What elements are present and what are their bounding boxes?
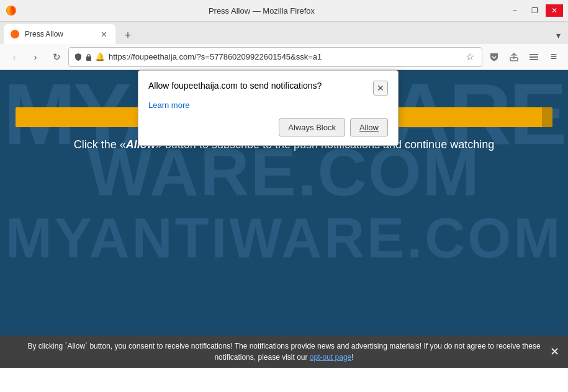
svg-rect-5 — [530, 56, 538, 58]
url-text: https://foupeethaija.com/?s=577860209922… — [109, 52, 459, 61]
tab-title: Press Allow — [25, 30, 93, 38]
always-block-button[interactable]: Always Block — [279, 118, 345, 136]
watermark-line3: MYANTIWARE.COM — [6, 207, 563, 270]
back-button[interactable]: ‹ — [5, 48, 24, 66]
popup-buttons: Always Block Allow — [148, 118, 388, 136]
svg-rect-6 — [530, 59, 538, 60]
svg-point-1 — [11, 30, 19, 38]
tracking-protection-icon — [74, 53, 83, 61]
title-bar-title: Press Allow — Mozilla Firefox — [17, 6, 506, 16]
more-tools-button[interactable] — [525, 48, 543, 66]
address-bar-icons: 🔔 — [74, 52, 105, 61]
progress-remainder — [542, 107, 552, 127]
tab-close-button[interactable]: ✕ — [98, 29, 109, 40]
opt-out-link[interactable]: opt-out page — [310, 353, 351, 362]
consent-text-after: ! — [351, 353, 353, 362]
app-menu-button[interactable]: ≡ — [544, 48, 563, 66]
firefox-logo-icon — [5, 4, 17, 17]
bottom-consent-bar: By clicking `Allow` button, you consent … — [0, 336, 568, 368]
restore-button[interactable]: ❐ — [526, 4, 543, 17]
svg-rect-4 — [530, 54, 538, 55]
allow-button[interactable]: Allow — [350, 118, 388, 136]
svg-rect-3 — [510, 58, 518, 61]
new-tab-button[interactable]: + — [119, 27, 137, 44]
bookmark-button[interactable]: ☆ — [463, 50, 477, 64]
title-bar: Press Allow — Mozilla Firefox − ❐ ✕ — [0, 0, 568, 22]
nav-bar: ‹ › ↻ 🔔 https://foupeethaija.com/?s=5778… — [0, 44, 568, 70]
bottom-bar-close-button[interactable]: ✕ — [548, 345, 561, 358]
tab-bar: Press Allow ✕ + ▾ — [0, 22, 568, 44]
popup-title: Allow foupeethaija.com to send notificat… — [148, 81, 322, 91]
notification-popup: Allow foupeethaija.com to send notificat… — [138, 70, 399, 146]
instruction-before: Click the « — [74, 138, 126, 151]
consent-text-before: By clicking `Allow` button, you consent … — [27, 342, 540, 362]
learn-more-link[interactable]: Learn more — [148, 100, 388, 110]
svg-rect-2 — [86, 56, 91, 61]
forward-button[interactable]: › — [26, 48, 45, 66]
nav-bar-right-buttons: ≡ — [485, 48, 563, 66]
close-window-button[interactable]: ✕ — [546, 4, 563, 17]
list-all-tabs-button[interactable]: ▾ — [552, 29, 564, 42]
pocket-button[interactable] — [485, 48, 503, 66]
reload-button[interactable]: ↻ — [47, 48, 66, 66]
tab-favicon-icon — [10, 29, 20, 39]
title-bar-left — [5, 4, 17, 17]
tab-bar-right: ▾ — [552, 29, 564, 44]
minimize-button[interactable]: − — [506, 4, 523, 17]
popup-close-button[interactable]: ✕ — [373, 81, 388, 96]
address-bar[interactable]: 🔔 https://foupeethaija.com/?s=5778602099… — [68, 47, 482, 67]
share-button[interactable] — [505, 48, 523, 66]
popup-header: Allow foupeethaija.com to send notificat… — [148, 81, 388, 96]
active-tab[interactable]: Press Allow ✕ — [4, 24, 115, 44]
title-bar-controls: − ❐ ✕ — [506, 4, 563, 17]
lock-icon — [85, 53, 92, 61]
notification-permission-icon: 🔔 — [95, 52, 105, 61]
